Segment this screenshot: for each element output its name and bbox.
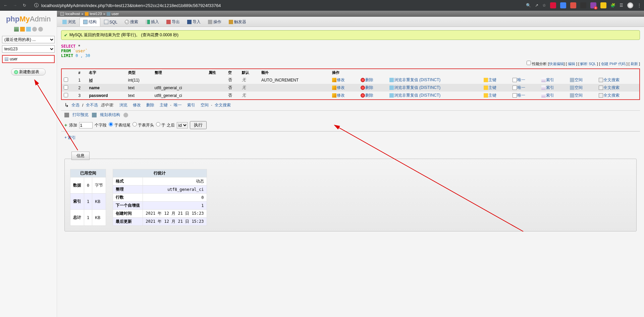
help-icon[interactable]: [123, 113, 128, 117]
bulk-drop[interactable]: 删除: [146, 102, 154, 108]
tab-structure[interactable]: 结构: [79, 17, 100, 27]
database-select[interactable]: test123: [2, 45, 55, 53]
column-checkbox[interactable]: [64, 93, 68, 97]
url-text[interactable]: localhost/phpMyAdmin/index.php?db=test12…: [41, 3, 221, 8]
extension-icon-1[interactable]: [570, 2, 576, 8]
recent-tables-select[interactable]: (最近使用的表) ...: [2, 36, 55, 43]
col-drop[interactable]: 删除: [365, 85, 373, 90]
col-unique[interactable]: 唯一: [517, 77, 525, 82]
col-primary[interactable]: 主键: [488, 85, 496, 90]
bulk-browse[interactable]: 浏览: [119, 102, 127, 108]
bulk-primary[interactable]: 主键: [160, 102, 168, 108]
column-checkbox[interactable]: [64, 85, 68, 90]
bookmark-star-icon[interactable]: ☆: [542, 3, 546, 8]
col-browse-distinct[interactable]: 浏览非重复值 (DISTINCT): [394, 85, 441, 90]
profile-checkbox[interactable]: [527, 61, 531, 65]
col-primary[interactable]: 主键: [488, 77, 496, 82]
adblock-icon[interactable]: [550, 2, 556, 8]
col-edit[interactable]: 修改: [337, 85, 345, 90]
col-unique[interactable]: 唯一: [517, 93, 525, 98]
reload-button[interactable]: ↻: [21, 2, 28, 8]
link-inline-edit[interactable]: 快速编辑: [549, 62, 564, 66]
col-browse-distinct[interactable]: 浏览非重复值 (DISTINCT): [394, 93, 441, 98]
browse-distinct-icon: [389, 78, 394, 82]
column-checkbox[interactable]: [64, 77, 68, 82]
operations-icon: [208, 20, 212, 24]
reload-nav-icon[interactable]: [38, 27, 43, 32]
link-check-all[interactable]: 全选: [71, 102, 79, 108]
indexes-section: + 索引: [61, 131, 640, 142]
extensions-puzzle-icon[interactable]: 🧩: [610, 3, 615, 8]
col-fulltext[interactable]: 全文搜索: [603, 77, 620, 82]
tab-browse[interactable]: 浏览: [59, 17, 79, 27]
tab-triggers[interactable]: 触发器: [225, 17, 250, 27]
link-php[interactable]: 创建 PHP 代码: [601, 62, 626, 66]
extension-icon-2[interactable]: [580, 2, 586, 8]
radio-at-end[interactable]: [109, 122, 113, 126]
col-unique[interactable]: 唯一: [517, 85, 525, 90]
link-uncheck-all[interactable]: 全不选: [86, 102, 98, 108]
link-print-view[interactable]: 打印预览: [72, 112, 89, 118]
share-icon[interactable]: ↗: [535, 3, 538, 8]
col-spatial[interactable]: 空间: [575, 93, 583, 98]
col-fulltext[interactable]: 全文搜索: [603, 93, 620, 98]
add-after-column-select[interactable]: id: [177, 122, 188, 128]
col-drop[interactable]: 删除: [365, 77, 373, 82]
add-go-button[interactable]: 执行: [190, 121, 207, 129]
bulk-edit[interactable]: 修改: [133, 102, 141, 108]
col-index[interactable]: 索引: [546, 77, 554, 82]
link-edit[interactable]: 编辑: [568, 62, 575, 66]
profile-avatar[interactable]: [627, 2, 633, 8]
add-count-input[interactable]: [79, 122, 93, 128]
col-edit[interactable]: 修改: [337, 93, 345, 98]
col-spatial[interactable]: 空间: [575, 77, 583, 82]
back-button[interactable]: ←: [3, 2, 9, 8]
tab-search[interactable]: 搜索: [121, 17, 142, 27]
idm-icon[interactable]: [600, 2, 606, 8]
primary-key-icon: [484, 78, 488, 82]
col-primary[interactable]: 主键: [488, 93, 496, 98]
zoom-icon[interactable]: 🔍: [526, 3, 531, 8]
tab-export[interactable]: 导出: [163, 17, 183, 27]
query-window-icon[interactable]: [26, 27, 31, 32]
radio-at-begin[interactable]: [132, 122, 137, 126]
crumb-server[interactable]: localhost: [65, 12, 80, 16]
bulk-index[interactable]: 索引: [187, 102, 195, 108]
tab-insert[interactable]: 插入: [142, 17, 163, 27]
tab-operations[interactable]: 操作: [204, 17, 225, 27]
bulk-actions-row: ↳ 全选 / 全不选 选中项: 浏览 修改 删除 主键 唯一 索引 空间 全文搜…: [61, 100, 640, 110]
link-analyze-structure[interactable]: 规划表结构: [100, 112, 120, 118]
add-columns-form: + 添加 个字段 于表结尾 于表开头 于 之后 id 执行: [61, 119, 640, 131]
indexes-toggle[interactable]: + 索引: [64, 135, 76, 140]
new-table-button[interactable]: 新建数据表: [11, 68, 46, 75]
reading-list-icon[interactable]: ☰: [620, 3, 623, 8]
bulk-spatial[interactable]: 空间: [201, 102, 209, 108]
col-index[interactable]: 索引: [546, 85, 554, 90]
forward-button[interactable]: →: [12, 2, 18, 8]
radio-after[interactable]: [156, 122, 160, 126]
home-icon[interactable]: [14, 27, 19, 32]
crumb-table[interactable]: user: [112, 12, 119, 16]
site-info-icon[interactable]: ⓘ: [34, 2, 39, 8]
tab-import[interactable]: 导入: [183, 17, 204, 27]
google-translate-icon[interactable]: [560, 2, 566, 8]
sidebar-table-user[interactable]: user: [2, 55, 55, 63]
logout-icon[interactable]: [20, 27, 25, 32]
col-spatial[interactable]: 空间: [575, 85, 583, 90]
columns-table: # 名字 类型 整理 属性 空 默认 额外 操作 1 id int(11) 否: [61, 68, 640, 100]
col-index[interactable]: 索引: [546, 93, 554, 98]
col-edit[interactable]: 修改: [337, 77, 345, 82]
link-explain[interactable]: 解析 SQL: [580, 62, 596, 66]
sidebar-shortcuts: [2, 27, 55, 32]
extension-icon-badge[interactable]: [590, 2, 596, 8]
col-fulltext[interactable]: 全文搜索: [603, 85, 620, 90]
bulk-fulltext[interactable]: 全文搜索: [215, 102, 231, 108]
link-refresh[interactable]: 刷新: [631, 62, 638, 66]
col-drop[interactable]: 删除: [365, 93, 373, 98]
tab-sql[interactable]: SQL: [100, 17, 121, 27]
col-browse-distinct[interactable]: 浏览非重复值 (DISTINCT): [394, 77, 441, 82]
bulk-unique[interactable]: 唯一: [174, 102, 182, 108]
docs-icon[interactable]: [32, 27, 37, 32]
browser-menu-icon[interactable]: ⋮: [637, 3, 641, 8]
crumb-database[interactable]: test123: [90, 12, 102, 16]
